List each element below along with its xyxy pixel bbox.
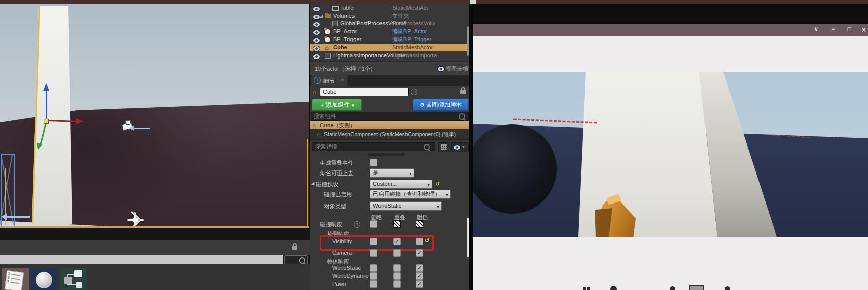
chevron-down-icon: ▾ xyxy=(462,144,465,149)
add-component-button[interactable]: ＋添加组件 ▾ xyxy=(312,99,362,111)
dropdown-角色可迈上去[interactable]: 是▼ xyxy=(370,168,414,178)
blueprint-icon xyxy=(325,29,330,34)
dropdown-碰撞已启用[interactable]: 已启用碰撞（查询和物理）▼ xyxy=(370,190,451,199)
eye-icon[interactable] xyxy=(437,66,445,72)
actor-type-label: StaticMeshActor xyxy=(392,44,433,51)
checkbox-ignore-empty[interactable] xyxy=(370,249,377,257)
screen: 123 TableStaticMeshAct◢Volumes文件夹GlobalP… xyxy=(0,0,868,290)
reset-to-default-icon[interactable]: ↺ xyxy=(425,237,429,244)
asset-thumbnail-sphere[interactable] xyxy=(31,268,57,290)
tab-details[interactable]: i 细节 × xyxy=(311,75,348,86)
visibility-eye-icon[interactable] xyxy=(313,6,320,12)
visibility-eye-icon[interactable] xyxy=(313,22,320,27)
dropdown-arrow-icon: ▼ xyxy=(436,204,440,211)
checkbox-block-checked[interactable]: ✓ xyxy=(416,249,423,257)
close-icon[interactable]: × xyxy=(858,25,868,35)
checkbox-overlap-empty[interactable] xyxy=(393,264,401,272)
outliner-row[interactable]: LightmassImportanceVolumeLightmassImport… xyxy=(310,52,469,60)
outliner-row[interactable]: GlobalPostProcessVolumePostProcessVolu xyxy=(310,20,469,27)
outliner-row[interactable]: BP_Trigger编辑BP_Trigger xyxy=(310,36,469,43)
checkbox-overlap-checked[interactable]: ✓ xyxy=(393,238,401,245)
game-window-titlebar[interactable]: ∨−□× xyxy=(473,24,868,36)
checkbox-overlap-empty[interactable] xyxy=(393,272,401,280)
blueprint-add-script-button[interactable]: ⚙ 蓝图/添加脚本 xyxy=(413,99,469,111)
component-row[interactable]: ⌂ StaticMeshComponent (StaticMeshCompone… xyxy=(310,129,469,140)
search-details-input[interactable]: 搜索详情 xyxy=(312,142,435,151)
visibility-eye-icon[interactable] xyxy=(313,38,320,43)
details-scrollbar[interactable] xyxy=(467,218,469,257)
outliner-row[interactable]: ⌂CubeStaticMeshActor xyxy=(310,44,469,51)
checkbox-overlap-hatch[interactable] xyxy=(393,220,401,228)
help-icon[interactable]: ? xyxy=(411,89,417,95)
edit-blueprint-link[interactable]: 编辑BP_Actor xyxy=(392,27,427,35)
outliner-row[interactable]: BP_Actor编辑BP_Actor xyxy=(310,27,469,35)
dropdown-对象类型[interactable]: WorldStatic▼ xyxy=(370,201,442,211)
chevron-down-icon[interactable]: ∨ xyxy=(810,25,822,33)
component-row-label: StaticMeshComponent (StaticMeshComponent… xyxy=(324,129,456,139)
instance-header-row[interactable]: ⌂ Cube（实例） xyxy=(310,121,469,129)
minimize-icon[interactable]: − xyxy=(827,25,839,33)
expand-icon[interactable]: ◢ xyxy=(311,181,314,185)
outliner-row[interactable]: TableStaticMeshAct xyxy=(310,4,469,12)
checkbox-block-checked[interactable]: ✓ xyxy=(416,272,423,280)
visibility-eye-icon[interactable] xyxy=(313,14,320,20)
outliner-scrollbar[interactable] xyxy=(467,26,469,56)
property-label: 碰撞已启用 xyxy=(324,191,352,198)
visibility-eye-icon[interactable] xyxy=(313,30,320,35)
game-viewport[interactable] xyxy=(473,72,868,237)
checkbox-overlap-empty[interactable] xyxy=(393,280,401,288)
maximize-icon[interactable]: □ xyxy=(843,25,855,33)
content-browser-path-bar[interactable] xyxy=(0,255,283,264)
cutoff-icon xyxy=(610,286,617,290)
dropdown-arrow-icon: ▼ xyxy=(427,182,430,189)
checkbox-block-hatch[interactable] xyxy=(416,220,423,228)
property-label: 碰撞预设 xyxy=(316,181,338,188)
grid-view-button[interactable] xyxy=(438,142,450,152)
checkbox-ignore-empty[interactable] xyxy=(370,272,377,280)
edit-blueprint-link[interactable]: 编辑BP_Trigger xyxy=(392,36,431,43)
gizmo-z-axis[interactable] xyxy=(46,91,47,120)
chevron-down-icon: ▾ xyxy=(351,103,354,108)
property-label: 对象类型 xyxy=(324,202,346,210)
editor-viewport[interactable] xyxy=(0,4,309,228)
search-icon xyxy=(459,113,465,120)
actor-type-label: PostProcessVolu xyxy=(392,20,435,27)
asset-thumbnail-datatable[interactable]: 123 xyxy=(2,268,29,290)
dropdown-碰撞预设[interactable]: Custom...▼ xyxy=(370,180,432,189)
object-name-input[interactable]: Cube xyxy=(320,88,409,96)
gizmo-origin[interactable] xyxy=(44,119,49,124)
asset-thumbnail-blueprint[interactable] xyxy=(60,268,87,290)
display-options-button[interactable]: ▾ xyxy=(451,142,469,152)
lock-icon[interactable] xyxy=(292,246,297,250)
property-label: WorldStatic xyxy=(332,265,361,271)
content-browser-toolbar xyxy=(0,240,310,255)
gizmo-x-arrowhead[interactable] xyxy=(76,118,83,124)
checkbox-ignore-plain[interactable] xyxy=(370,220,377,228)
cutoff-icon xyxy=(670,286,675,290)
checkbox-ignore-empty[interactable] xyxy=(370,264,377,272)
actor-name: BP_Trigger xyxy=(333,36,361,43)
reset-to-default-icon[interactable]: ↺ xyxy=(435,181,440,187)
gizmo-z-arrowhead[interactable] xyxy=(43,83,49,91)
close-icon[interactable]: × xyxy=(341,77,344,83)
visibility-eye-icon[interactable] xyxy=(313,54,320,60)
checkbox-block-checked[interactable]: ✓ xyxy=(416,280,423,288)
grid-icon xyxy=(441,144,447,150)
viewport-border xyxy=(307,139,308,228)
visibility-eye-icon[interactable] xyxy=(313,46,320,51)
expand-icon[interactable]: ◢ xyxy=(320,12,323,20)
checkbox-block-checked[interactable]: ✓ xyxy=(416,264,423,272)
search-components-input[interactable]: 搜索组件 xyxy=(311,112,469,121)
property-label: Camera xyxy=(332,250,352,256)
property-label: 角色可迈上去 xyxy=(320,169,354,177)
checkbox-ignore-empty[interactable] xyxy=(370,280,377,288)
help-icon[interactable]: ? xyxy=(354,221,360,228)
details-tab-strip: i 细节 × xyxy=(310,75,469,86)
checkbox-empty[interactable] xyxy=(370,159,377,166)
outliner-row[interactable]: ◢Volumes文件夹 xyxy=(310,12,469,20)
eye-icon xyxy=(453,144,461,150)
checkbox-block-empty[interactable] xyxy=(416,238,423,245)
lock-icon[interactable] xyxy=(460,90,466,94)
checkbox-ignore-empty[interactable] xyxy=(370,238,377,245)
checkbox-overlap-empty[interactable] xyxy=(393,249,401,257)
